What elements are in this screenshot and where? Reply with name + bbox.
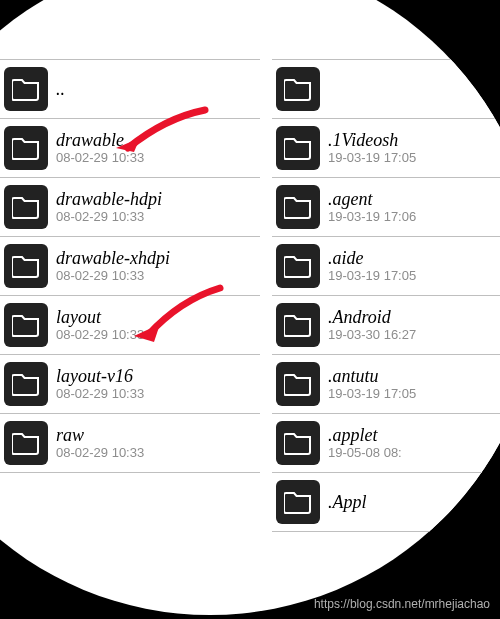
- file-name: layout-v16: [56, 366, 144, 387]
- file-name: .antutu: [328, 366, 416, 387]
- watermark: https://blog.csdn.net/mrhejiachao: [314, 597, 490, 611]
- list-item[interactable]: drawable-xhdpi 08-02-29 10:33: [0, 236, 260, 296]
- magnifier-lens: .. drawable 08-02-29 10:33: [0, 0, 500, 615]
- list-item[interactable]: .Android 19-03-30 16:27: [272, 295, 500, 355]
- list-item-text: raw 08-02-29 10:33: [56, 425, 144, 461]
- file-name: .Android: [328, 307, 416, 328]
- list-item[interactable]: .aide 19-03-19 17:05: [272, 236, 500, 296]
- file-time: 19-03-19 17:05: [328, 151, 416, 166]
- list-item[interactable]: .Appl: [272, 472, 500, 532]
- list-item[interactable]: [272, 59, 500, 119]
- file-time: 08-02-29 10:33: [56, 269, 170, 284]
- list-item[interactable]: layout-v16 08-02-29 10:33: [0, 354, 260, 414]
- list-item-text: drawable-hdpi 08-02-29 10:33: [56, 189, 162, 225]
- folder-icon: [4, 421, 48, 465]
- file-time: 19-03-30 16:27: [328, 328, 416, 343]
- folder-icon: [276, 480, 320, 524]
- folder-icon: [4, 362, 48, 406]
- list-item-text: layout-v16 08-02-29 10:33: [56, 366, 144, 402]
- list-item-text: .1Videosh 19-03-19 17:05: [328, 130, 416, 166]
- list-item[interactable]: ..: [0, 59, 260, 119]
- file-name: raw: [56, 425, 144, 446]
- file-name: .agent: [328, 189, 416, 210]
- file-name: ..: [56, 79, 65, 100]
- list-item-text: .aide 19-03-19 17:05: [328, 248, 416, 284]
- file-time: 19-03-19 17:05: [328, 387, 416, 402]
- list-item[interactable]: .agent 19-03-19 17:06: [272, 177, 500, 237]
- file-list-left: .. drawable 08-02-29 10:33: [0, 60, 260, 473]
- list-item-text: .Appl: [328, 492, 367, 513]
- file-time: 08-02-29 10:33: [56, 328, 144, 343]
- folder-icon: [276, 244, 320, 288]
- file-name: .applet: [328, 425, 402, 446]
- file-time: 19-03-19 17:06: [328, 210, 416, 225]
- folder-icon: [4, 303, 48, 347]
- file-time: 08-02-29 10:33: [56, 210, 162, 225]
- list-item-text: .agent 19-03-19 17:06: [328, 189, 416, 225]
- folder-icon: [276, 421, 320, 465]
- file-name: layout: [56, 307, 144, 328]
- list-item-text: layout 08-02-29 10:33: [56, 307, 144, 343]
- file-time: 19-05-08 08:: [328, 446, 402, 461]
- list-item[interactable]: drawable-hdpi 08-02-29 10:33: [0, 177, 260, 237]
- list-item[interactable]: .antutu 19-03-19 17:05: [272, 354, 500, 414]
- folder-icon: [276, 303, 320, 347]
- list-item[interactable]: layout 08-02-29 10:33: [0, 295, 260, 355]
- list-item[interactable]: drawable 08-02-29 10:33: [0, 118, 260, 178]
- list-item-text: drawable-xhdpi 08-02-29 10:33: [56, 248, 170, 284]
- file-time: 19-03-19 17:05: [328, 269, 416, 284]
- file-name: .1Videosh: [328, 130, 416, 151]
- folder-icon: [276, 362, 320, 406]
- folder-icon: [276, 67, 320, 111]
- folder-icon: [4, 185, 48, 229]
- folder-icon: [4, 67, 48, 111]
- list-item-text: .Android 19-03-30 16:27: [328, 307, 416, 343]
- magnified-content: .. drawable 08-02-29 10:33: [0, 0, 500, 615]
- stage: .. drawable 08-02-29 10:33: [0, 0, 500, 619]
- list-item-text: drawable 08-02-29 10:33: [56, 130, 144, 166]
- file-name: drawable-hdpi: [56, 189, 162, 210]
- folder-icon: [4, 244, 48, 288]
- file-name: .Appl: [328, 492, 367, 513]
- list-item[interactable]: .applet 19-05-08 08:: [272, 413, 500, 473]
- list-item-text: .applet 19-05-08 08:: [328, 425, 402, 461]
- file-name: drawable: [56, 130, 144, 151]
- folder-icon: [4, 126, 48, 170]
- list-item-text: .antutu 19-03-19 17:05: [328, 366, 416, 402]
- file-time: 08-02-29 10:33: [56, 151, 144, 166]
- list-item[interactable]: .1Videosh 19-03-19 17:05: [272, 118, 500, 178]
- file-time: 08-02-29 10:33: [56, 387, 144, 402]
- folder-icon: [276, 126, 320, 170]
- file-list-right: .1Videosh 19-03-19 17:05 .agent 19-03-19…: [272, 60, 500, 532]
- file-time: 08-02-29 10:33: [56, 446, 144, 461]
- file-name: drawable-xhdpi: [56, 248, 170, 269]
- folder-icon: [276, 185, 320, 229]
- file-name: .aide: [328, 248, 416, 269]
- list-item-text: ..: [56, 79, 65, 100]
- list-item[interactable]: raw 08-02-29 10:33: [0, 413, 260, 473]
